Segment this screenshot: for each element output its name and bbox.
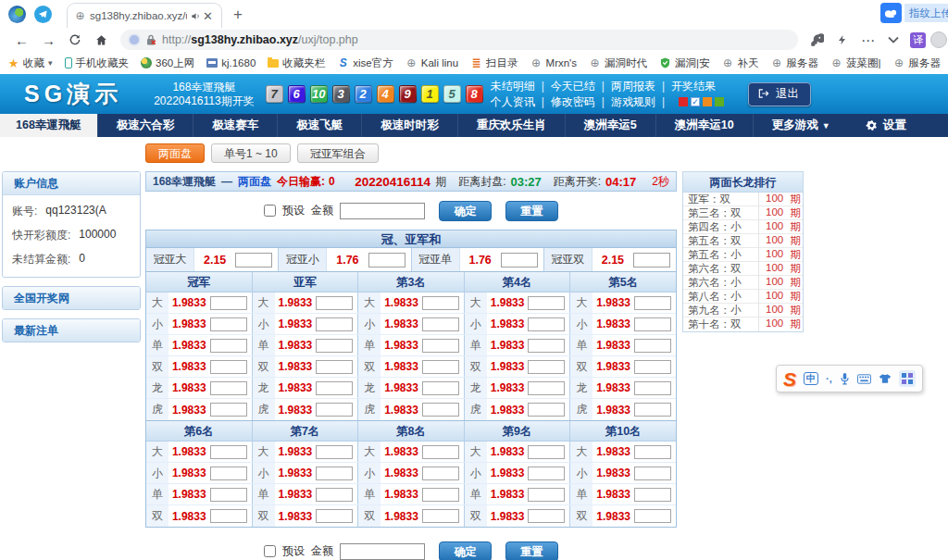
bet-amount-input[interactable] (634, 296, 671, 310)
ime-toolbar[interactable]: S 中 ·, (776, 365, 923, 392)
header-link[interactable]: 开奖结果 (671, 79, 716, 94)
chevron-collapse-icon[interactable] (888, 36, 899, 44)
nav-tab-168幸運飛艇[interactable]: 168幸運飛艇 (0, 114, 97, 137)
bet-amount-input[interactable] (316, 296, 353, 310)
back-icon[interactable]: ← (15, 33, 29, 47)
bet-amount-input[interactable] (210, 445, 247, 459)
logout-button[interactable]: 退出 (748, 82, 811, 106)
bet-amount-input[interactable] (528, 467, 565, 480)
bet-amount-input[interactable] (528, 339, 565, 353)
ime-punctuation-icon[interactable]: ·, (826, 373, 832, 384)
bet-amount-input[interactable] (210, 509, 247, 523)
bet-amount-input[interactable] (528, 445, 565, 459)
header-link[interactable]: 游戏规则 (611, 94, 655, 110)
bet-amount-input[interactable] (634, 360, 671, 374)
password-key-icon[interactable] (810, 33, 824, 47)
bet-amount-input[interactable] (316, 360, 353, 374)
status-checkbox-icon[interactable]: ✓ (691, 97, 700, 106)
bet-amount-input[interactable] (368, 253, 405, 268)
nav-tab-重庆欢乐生肖[interactable]: 重庆欢乐生肖 (457, 114, 565, 137)
nav-tab-极速时时彩[interactable]: 极速时时彩 (361, 114, 457, 137)
bet-amount-input[interactable] (316, 339, 353, 353)
nav-tab-极速赛车[interactable]: 极速赛车 (193, 114, 277, 137)
bet-amount-input[interactable] (316, 509, 353, 523)
bet-amount-input[interactable] (422, 488, 459, 502)
bet-amount-input[interactable] (422, 339, 459, 353)
bet-amount-input[interactable] (422, 381, 459, 395)
bet-amount-input[interactable] (634, 381, 671, 395)
bet-amount-input[interactable] (634, 403, 671, 417)
nav-tab-澳洲幸运5[interactable]: 澳洲幸运5 (565, 114, 655, 137)
header-link[interactable]: 个人资讯 (491, 94, 535, 110)
reload-icon[interactable] (69, 33, 81, 46)
bet-amount-input[interactable] (210, 296, 247, 310)
bet-amount-input[interactable] (634, 467, 671, 480)
sidebar-panel-title[interactable]: 全国开奖网 (3, 287, 140, 309)
more-menu-icon[interactable]: ⋯ (861, 33, 875, 47)
reset-button[interactable]: 重置 (505, 201, 558, 221)
lightning-icon[interactable] (837, 33, 848, 46)
bookmark-item[interactable]: ⊕服务器 (893, 56, 942, 70)
bet-amount-input[interactable] (528, 509, 565, 523)
bet-amount-input[interactable] (210, 317, 247, 331)
bookmark-item[interactable]: 手机收藏夹 (65, 56, 130, 70)
bet-amount-input[interactable] (422, 360, 459, 374)
bookmark-item[interactable]: ⊕菠菜圈| (830, 56, 881, 70)
bet-amount-input[interactable] (422, 467, 459, 480)
bet-amount-input[interactable] (528, 317, 565, 331)
bookmark-item[interactable]: kj.1680 (206, 57, 256, 68)
new-tab-button[interactable]: + (233, 6, 243, 24)
close-tab-icon[interactable]: ✕ (201, 10, 215, 22)
confirm-button[interactable]: 确定 (439, 541, 492, 560)
bookmark-item[interactable]: ★收藏▾ (7, 56, 53, 70)
bet-amount-input[interactable] (633, 253, 670, 268)
microphone-icon[interactable] (840, 372, 850, 385)
header-link[interactable]: 两周报表 (611, 79, 655, 94)
bet-amount-input[interactable] (501, 253, 538, 268)
bet-amount-input[interactable] (528, 381, 565, 395)
browser-tab[interactable]: ⊕ sg138hy.zhibao.xyz/uxj/t ✕ (67, 3, 222, 28)
bet-amount-input[interactable] (210, 403, 247, 417)
forward-icon[interactable]: → (42, 33, 56, 47)
bet-amount-input[interactable] (422, 296, 459, 310)
amount-input[interactable] (340, 543, 425, 560)
address-omnibox[interactable]: http://sg138hy.zhibao.xyz/uxj/top.php (120, 30, 798, 50)
bet-amount-input[interactable] (634, 317, 671, 331)
home-icon[interactable] (94, 33, 108, 47)
sogou-logo-icon[interactable]: S (783, 369, 796, 389)
bookmark-item[interactable]: ≣扫目录 (470, 56, 518, 70)
bet-amount-input[interactable] (634, 339, 671, 353)
avatar[interactable] (930, 31, 947, 48)
bookmark-item[interactable]: Sxise官方 (337, 56, 393, 70)
bookmark-item[interactable]: 360上网 (141, 56, 194, 70)
telegram-icon[interactable] (34, 6, 52, 23)
bookmark-item[interactable]: ⊕Mrxn's (530, 57, 578, 69)
preset-checkbox[interactable] (264, 205, 276, 217)
bet-amount-input[interactable] (210, 467, 247, 480)
bet-amount-input[interactable] (316, 488, 353, 502)
header-link[interactable]: 今天已结 (551, 79, 595, 94)
browser-logo-icon[interactable] (8, 6, 26, 23)
bet-amount-input[interactable] (422, 403, 459, 417)
bet-amount-input[interactable] (316, 403, 353, 417)
bet-amount-input[interactable] (422, 317, 459, 331)
bookmark-item[interactable]: 收藏夹栏 (268, 56, 325, 70)
subtab-两面盘[interactable]: 两面盘 (145, 143, 205, 163)
bookmark-item[interactable]: ⊕Kali linu (405, 57, 458, 69)
bet-amount-input[interactable] (634, 509, 671, 523)
bookmark-item[interactable]: ⊕服务器 (771, 56, 819, 70)
status-square-icon[interactable] (703, 97, 712, 106)
settings-button[interactable]: 设置 (849, 114, 923, 137)
insecure-lock-icon[interactable] (145, 34, 156, 46)
translate-extension-icon[interactable]: 译 (910, 32, 926, 48)
reset-button[interactable]: 重置 (505, 541, 558, 560)
bet-amount-input[interactable] (316, 445, 353, 459)
bet-amount-input[interactable] (235, 253, 272, 268)
keyboard-icon[interactable] (857, 374, 871, 384)
bookmark-item[interactable]: 漏洞|安 (659, 56, 710, 70)
sidebar-panel-title[interactable]: 最新注单 (3, 319, 140, 342)
nav-tab-极速飞艇[interactable]: 极速飞艇 (277, 114, 361, 137)
confirm-button[interactable]: 确定 (439, 201, 492, 221)
status-square-icon[interactable] (715, 97, 724, 106)
bet-amount-input[interactable] (634, 488, 671, 502)
